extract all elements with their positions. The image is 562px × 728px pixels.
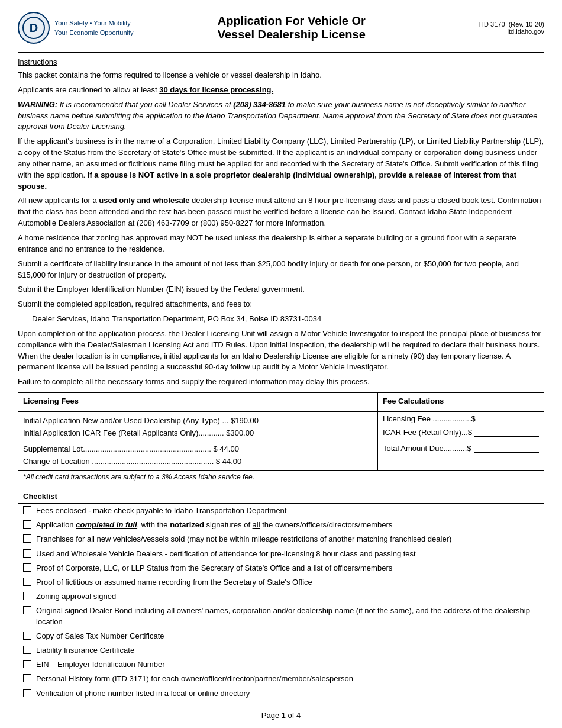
checklist-header: Checklist — [18, 489, 544, 504]
header-divider — [18, 52, 544, 53]
form-info: ITD 3170 (Rev. 10-20) itd.idaho.gov — [450, 21, 544, 35]
page-footer: Page 1 of 4 — [18, 711, 544, 720]
checklist-item-5: Proof of Corporate, LLC, or LLP Status f… — [18, 561, 544, 575]
icar-fee-calc: ICAR Fee (Retail Only)...$ — [383, 428, 539, 437]
checklist-item-2: Application completed in full, with the … — [18, 518, 544, 532]
checklist-item-4: Used and Wholesale Vehicle Dealers - cer… — [18, 547, 544, 561]
instructions-heading: Instructions — [18, 57, 544, 66]
paragraph-1: This packet contains the forms required … — [18, 70, 544, 81]
checkbox-6[interactable] — [23, 578, 31, 586]
checkbox-13[interactable] — [23, 689, 31, 697]
logo-section: D Your Safety • Your Mobility Your Econo… — [18, 12, 134, 44]
checklist-item-13: Verification of phone number listed in a… — [18, 687, 544, 701]
checkbox-11[interactable] — [23, 660, 31, 668]
fees-body-row: Initial Application New and/or Used Deal… — [18, 412, 544, 470]
checkbox-3[interactable] — [23, 534, 31, 543]
paragraph-11: Failure to complete all the necessary fo… — [18, 376, 544, 388]
checkbox-9[interactable] — [23, 632, 31, 640]
logo-icon: D — [18, 12, 50, 44]
licensing-fees-col: Licensing Fees — [18, 393, 378, 411]
total-fee-line — [474, 444, 539, 453]
checklist-item-3: Franchises for all new vehicles/vessels … — [18, 532, 544, 546]
checkbox-8[interactable] — [23, 606, 31, 614]
checkbox-10[interactable] — [23, 646, 31, 654]
checkbox-1[interactable] — [23, 506, 31, 514]
checkbox-12[interactable] — [23, 674, 31, 682]
paragraph-4: If the applicant's business is in the na… — [18, 136, 544, 192]
licensing-fees-header: Licensing Fees — [23, 397, 373, 405]
fee-item-1: Initial Application New and/or Used Deal… — [23, 414, 373, 427]
checkbox-7[interactable] — [23, 592, 31, 600]
paragraph-warning: WARNING: It is recommended that you call… — [18, 99, 544, 133]
checklist-item-10: Liability Insurance Certificate — [18, 643, 544, 658]
checkbox-2[interactable] — [23, 520, 31, 529]
fee-calculations-col: Fee Calculations — [378, 393, 544, 411]
checklist-item-9: Copy of Sales Tax Number Certificate — [18, 629, 544, 643]
mailing-address: Dealer Services, Idaho Transportation De… — [32, 314, 544, 325]
checklist-item-1: Fees enclosed - make check payable to Id… — [18, 504, 544, 518]
fee-item-2: Initial Application ICAR Fee (Retail App… — [23, 427, 373, 439]
paragraph-5: All new applicants for a used only and w… — [18, 195, 544, 229]
paragraph-8: Submit the Employer Identification Numbe… — [18, 284, 544, 295]
total-fee-calc: Total Amount Due...........$ — [383, 444, 539, 453]
paragraph-2: Applicants are cautioned to allow at lea… — [18, 85, 544, 96]
credit-card-note: *All credit card transactions are subjec… — [18, 470, 544, 484]
fees-list: Initial Application New and/or Used Deal… — [18, 412, 378, 470]
licensing-fee-line — [478, 415, 539, 423]
checklist-item-8: Original signed Dealer Bond including al… — [18, 604, 544, 629]
fee-calculations-list: Licensing Fee ..................$ ICAR F… — [378, 412, 544, 470]
page-header: D Your Safety • Your Mobility Your Econo… — [18, 12, 544, 44]
checklist-item-7: Zoning approval signed — [18, 590, 544, 604]
logo-tagline: Your Safety • Your Mobility Your Economi… — [54, 18, 134, 38]
page-title: Application For Vehicle OrVessel Dealers… — [134, 14, 450, 41]
paragraph-7: Submit a certificate of liability insura… — [18, 259, 544, 281]
checklist-item-11: EIN – Employer Identification Number — [18, 658, 544, 672]
fee-item-3: Supplemental Lot........................… — [23, 443, 373, 455]
checklist-item-6: Proof of fictitious or assumed name reco… — [18, 575, 544, 590]
checklist-section: Checklist Fees enclosed - make check pay… — [18, 489, 544, 701]
fees-table: Licensing Fees Fee Calculations Initial … — [18, 392, 544, 484]
fee-item-4: Change of Location .....................… — [23, 455, 373, 468]
checkbox-5[interactable] — [23, 563, 31, 572]
checkbox-4[interactable] — [23, 549, 31, 558]
checklist-item-12: Personal History form (ITD 3171) for eac… — [18, 672, 544, 686]
svg-text:D: D — [30, 21, 38, 34]
paragraph-9: Submit the completed application, requir… — [18, 299, 544, 310]
icar-fee-line — [474, 429, 539, 437]
paragraph-6: A home residence that zoning has approve… — [18, 233, 544, 255]
licensing-fee-calc: Licensing Fee ..................$ — [383, 414, 539, 423]
fees-table-header-row: Licensing Fees Fee Calculations — [18, 393, 544, 412]
paragraph-10: Upon completion of the application proce… — [18, 328, 544, 373]
fee-calculations-header: Fee Calculations — [383, 397, 539, 405]
